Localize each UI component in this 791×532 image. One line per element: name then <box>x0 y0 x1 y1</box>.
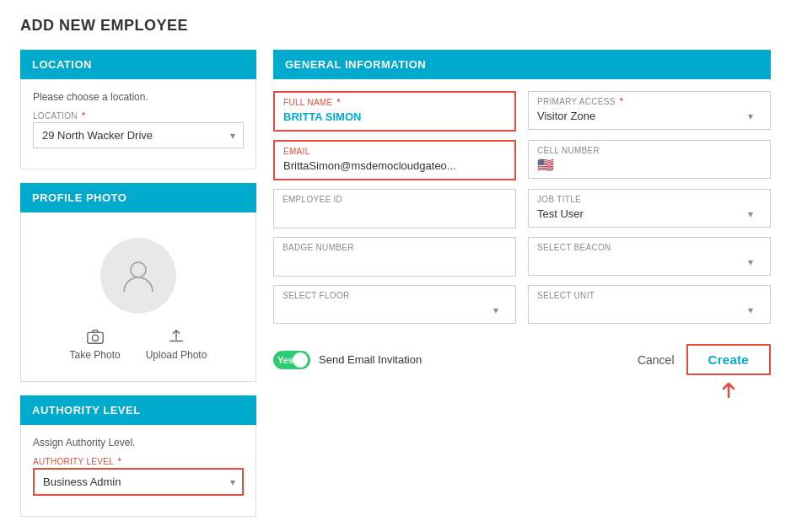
upload-photo-button[interactable]: Upload Photo <box>146 327 207 361</box>
full-name-input[interactable] <box>283 109 506 125</box>
select-beacon-select[interactable] <box>537 254 761 270</box>
select-floor-field: SELECT FLOOR <box>273 285 516 324</box>
location-required: * <box>82 111 85 121</box>
cell-number-col: CELL NUMBER 🇺🇸 <box>528 140 771 180</box>
row-name-access: FULL NAME * PRIMARY ACCESS * <box>273 91 771 132</box>
location-field-group: LOCATION * 29 North Wacker Drive <box>33 111 244 148</box>
avatar-icon <box>117 255 159 297</box>
full-name-required: * <box>337 98 341 107</box>
page-container: ADD NEW EMPLOYEE LOCATION Please choose … <box>0 0 791 532</box>
upload-icon <box>167 327 186 346</box>
svg-point-2 <box>92 335 98 341</box>
select-floor-wrapper <box>282 302 507 318</box>
email-input[interactable] <box>283 158 506 174</box>
location-header: LOCATION <box>20 50 256 79</box>
employee-id-field: EMPLOYEE ID <box>273 189 516 228</box>
primary-access-select[interactable]: Visitor Zone <box>537 108 761 124</box>
employee-id-col: EMPLOYEE ID <box>273 189 516 228</box>
take-photo-button[interactable]: Take Photo <box>70 327 121 361</box>
badge-number-col: BADGE NUMBER <box>273 237 516 277</box>
general-information-header: GENERAL INFORMATION <box>273 50 771 79</box>
authority-prompt: Assign Authority Level. <box>33 437 244 449</box>
page-title: ADD NEW EMPLOYEE <box>20 17 771 35</box>
select-unit-field: SELECT UNIT <box>528 285 771 324</box>
select-unit-wrapper <box>537 302 761 318</box>
svg-rect-1 <box>87 332 102 343</box>
authority-section-body: Assign Authority Level. AUTHORITY LEVEL … <box>20 425 256 517</box>
profile-photo-header: PROFILE PHOTO <box>20 183 256 212</box>
row-email-cell: EMAIL CELL NUMBER 🇺🇸 <box>273 140 771 180</box>
primary-access-select-wrapper: Visitor Zone <box>537 108 761 124</box>
take-photo-label: Take Photo <box>70 349 121 361</box>
profile-photo-body: Take Photo Upload Photo <box>20 212 256 382</box>
authority-select[interactable]: Business Admin <box>33 468 244 496</box>
select-floor-label: SELECT FLOOR <box>282 291 507 300</box>
cell-number-label: CELL NUMBER <box>537 146 761 155</box>
full-name-field: FULL NAME * <box>273 91 516 132</box>
toggle-knob <box>293 352 308 368</box>
right-panel: GENERAL INFORMATION FULL NAME * <box>273 50 771 517</box>
toggle-yes-label: Yes <box>277 355 293 365</box>
email-label: EMAIL <box>283 147 506 156</box>
select-floor-select[interactable] <box>282 302 507 318</box>
email-invitation-toggle[interactable]: Yes <box>273 351 310 369</box>
toggle-area: Yes Send Email Invitation <box>273 351 422 369</box>
arrow-indicator <box>273 380 771 400</box>
badge-number-label: BADGE NUMBER <box>282 243 507 252</box>
select-beacon-field: SELECT BEACON <box>528 237 771 276</box>
authority-field-label: AUTHORITY LEVEL * <box>33 457 244 466</box>
location-prompt: Please choose a location. <box>33 91 244 103</box>
job-title-field: JOB TITLE Test User <box>528 189 771 228</box>
primary-access-label: PRIMARY ACCESS * <box>537 97 761 106</box>
action-buttons: Cancel Create <box>638 344 771 375</box>
select-unit-select[interactable] <box>537 302 761 318</box>
select-unit-col: SELECT UNIT <box>528 285 771 324</box>
create-button[interactable]: Create <box>686 344 772 375</box>
photo-area: Take Photo Upload Photo <box>33 224 244 369</box>
primary-access-col: PRIMARY ACCESS * Visitor Zone <box>528 91 771 132</box>
authority-field-group: AUTHORITY LEVEL * Business Admin <box>33 457 244 496</box>
select-beacon-wrapper <box>537 254 761 270</box>
location-section-body: Please choose a location. LOCATION * 29 … <box>20 79 256 169</box>
svg-point-0 <box>131 262 146 277</box>
job-title-col: JOB TITLE Test User <box>528 189 771 228</box>
main-layout: LOCATION Please choose a location. LOCAT… <box>20 50 771 517</box>
left-panel: LOCATION Please choose a location. LOCAT… <box>20 50 256 517</box>
authority-header: AUTHORITY LEVEL <box>20 395 256 425</box>
employee-id-label: EMPLOYEE ID <box>282 195 507 204</box>
location-select-wrapper: 29 North Wacker Drive <box>33 122 244 148</box>
select-unit-label: SELECT UNIT <box>537 291 761 300</box>
authority-select-wrapper: Business Admin <box>33 468 244 496</box>
location-field-label: LOCATION * <box>33 111 244 121</box>
camera-icon <box>86 327 105 346</box>
cancel-button[interactable]: Cancel <box>638 353 675 367</box>
cell-number-field: CELL NUMBER 🇺🇸 <box>528 140 771 179</box>
row-empid-jobtitle: EMPLOYEE ID JOB TITLE Test User <box>273 189 771 228</box>
select-beacon-col: SELECT BEACON <box>528 237 771 277</box>
job-title-label: JOB TITLE <box>537 195 761 204</box>
select-floor-col: SELECT FLOOR <box>273 285 516 324</box>
bottom-row: Yes Send Email Invitation Cancel Create <box>273 344 771 375</box>
job-title-select[interactable]: Test User <box>537 206 761 222</box>
upload-photo-label: Upload Photo <box>146 349 207 361</box>
job-title-select-wrapper: Test User <box>537 206 761 222</box>
avatar-circle <box>100 238 176 314</box>
email-field: EMAIL <box>273 140 516 180</box>
row-floor-unit: SELECT FLOOR SELECT UNIT <box>273 285 771 324</box>
select-beacon-label: SELECT BEACON <box>537 243 761 252</box>
authority-required: * <box>118 457 121 466</box>
fields-grid: FULL NAME * PRIMARY ACCESS * <box>273 91 771 400</box>
email-col: EMAIL <box>273 140 516 180</box>
row-badge-beacon: BADGE NUMBER SELECT BEACON <box>273 237 771 277</box>
up-arrow-icon <box>718 380 739 400</box>
badge-number-field: BADGE NUMBER <box>273 237 516 277</box>
photo-actions: Take Photo Upload Photo <box>33 327 244 361</box>
flag-icon: 🇺🇸 <box>537 158 554 172</box>
primary-access-field: PRIMARY ACCESS * Visitor Zone <box>528 91 771 130</box>
location-select[interactable]: 29 North Wacker Drive <box>33 122 244 148</box>
full-name-col: FULL NAME * <box>273 91 516 132</box>
primary-access-required: * <box>620 97 623 106</box>
send-email-label: Send Email Invitation <box>319 353 422 366</box>
full-name-label: FULL NAME * <box>283 98 506 107</box>
